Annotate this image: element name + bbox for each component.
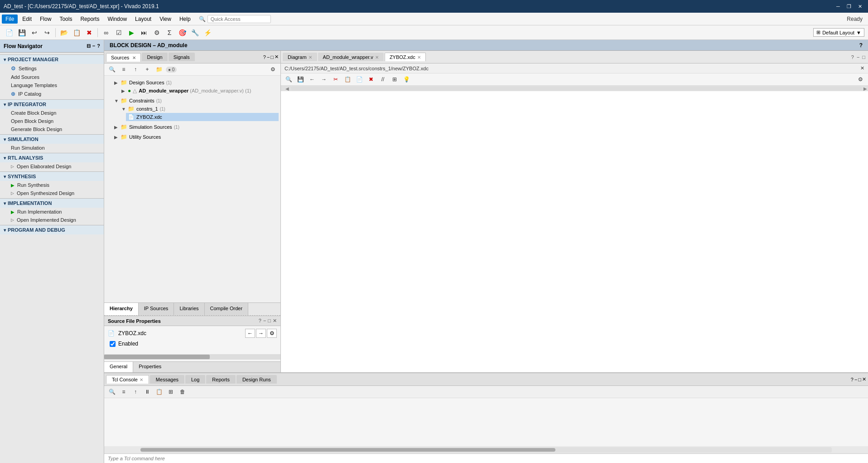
sources-add-button[interactable]: + bbox=[142, 65, 152, 74]
tab-close-wrapper[interactable]: ✕ bbox=[375, 55, 379, 60]
nav-item-add-sources[interactable]: Add Sources bbox=[0, 73, 104, 81]
tab-close-diagram[interactable]: ✕ bbox=[309, 55, 312, 60]
ed-search-button[interactable]: 🔍 bbox=[284, 75, 294, 84]
layout-selector[interactable]: ⊞ Default Layout ▼ bbox=[813, 28, 864, 37]
sfp-scrollbar[interactable] bbox=[104, 354, 280, 360]
nav-item-ip-catalog[interactable]: ⊕ IP Catalog bbox=[0, 89, 104, 98]
menu-tools[interactable]: Tools bbox=[56, 15, 76, 24]
sfp-scrollbar-thumb[interactable] bbox=[104, 355, 210, 359]
expand-icon[interactable]: ▶ bbox=[114, 80, 120, 85]
sfp-help-icon[interactable]: ? bbox=[259, 318, 261, 324]
ed-redo-button[interactable]: → bbox=[319, 75, 329, 84]
sources-min-icon[interactable]: − bbox=[267, 54, 270, 60]
editor-tab-zyboz-xdc[interactable]: ZYBOZ.xdc ✕ bbox=[385, 53, 426, 61]
tree-row-zyboz-xdc[interactable]: 📄 ZYBOZ.xdc bbox=[126, 113, 279, 121]
nav-item-settings[interactable]: ⚙ Settings bbox=[0, 64, 104, 73]
tab-compile-order[interactable]: Compile Order bbox=[205, 303, 249, 315]
menu-layout[interactable]: Layout bbox=[131, 15, 155, 24]
run-button[interactable]: ▶ bbox=[126, 27, 137, 38]
sources-help-icon[interactable]: ? bbox=[263, 54, 266, 60]
step-button[interactable]: ⏭ bbox=[139, 27, 149, 38]
menu-file[interactable]: File bbox=[2, 15, 18, 24]
sfp-enabled-checkbox[interactable] bbox=[110, 341, 116, 347]
sfp-back-button[interactable]: ← bbox=[245, 329, 255, 338]
expand-icon[interactable]: ▼ bbox=[121, 107, 127, 112]
con-filter-button[interactable]: ≡ bbox=[119, 387, 129, 396]
console-tab-tcl[interactable]: Tcl Console ✕ bbox=[106, 375, 149, 384]
ed-comment-button[interactable]: // bbox=[378, 75, 388, 84]
nav-section-header-program-debug[interactable]: ▾ PROGRAM AND DEBUG bbox=[0, 225, 104, 234]
menu-reports[interactable]: Reports bbox=[77, 15, 103, 24]
ed-table-button[interactable]: ⊞ bbox=[390, 75, 400, 84]
sources-expand-button[interactable]: 📁 bbox=[154, 65, 164, 74]
coverage-button[interactable]: 🎯 bbox=[177, 27, 188, 38]
console-tab-reports[interactable]: Reports bbox=[206, 375, 236, 384]
sources-max-icon[interactable]: □ bbox=[270, 54, 274, 60]
console-help-icon[interactable]: ? bbox=[851, 377, 854, 382]
editor-help-icon[interactable]: ? bbox=[850, 54, 855, 61]
con-delete-button[interactable]: 🗑 bbox=[178, 387, 188, 396]
ed-paste-button[interactable]: 📄 bbox=[354, 75, 364, 84]
bd-help-icon[interactable]: ? bbox=[859, 42, 863, 49]
console-max-icon[interactable]: □ bbox=[858, 377, 861, 382]
autoconnect-button[interactable]: ∞ bbox=[101, 27, 111, 38]
scroll-right-btn[interactable]: ▶ bbox=[863, 86, 867, 91]
nav-item-language-templates[interactable]: Language Templates bbox=[0, 81, 104, 89]
ed-cut-button[interactable]: ✂ bbox=[331, 75, 341, 84]
console-tab-design-runs[interactable]: Design Runs bbox=[236, 375, 277, 384]
close-project-button[interactable]: 📋 bbox=[71, 27, 82, 38]
sfp-gear-button[interactable]: ⚙ bbox=[267, 329, 277, 338]
menu-view[interactable]: View bbox=[156, 15, 175, 24]
close-file-icon[interactable]: ✕ bbox=[860, 65, 864, 71]
quick-access-input[interactable] bbox=[207, 15, 271, 23]
tree-row-design-sources[interactable]: ▶ 📁 Design Sources (1) bbox=[104, 78, 279, 87]
con-expand-button[interactable]: ⊞ bbox=[166, 387, 176, 396]
nav-item-create-block-design[interactable]: Create Block Design bbox=[0, 109, 104, 117]
menu-window[interactable]: Window bbox=[104, 15, 130, 24]
close-button[interactable]: ✕ bbox=[855, 3, 864, 10]
nav-section-header-simulation[interactable]: ▾ SIMULATION bbox=[0, 134, 104, 144]
settings-button[interactable]: ⚙ bbox=[151, 27, 162, 38]
editor-tab-ad-module-wrapper[interactable]: AD_module_wrapper.v ✕ bbox=[318, 53, 384, 61]
ed-copy-button[interactable]: 📋 bbox=[342, 75, 352, 84]
sources-gear-button[interactable]: ⚙ bbox=[268, 65, 278, 74]
editor-hscroll[interactable]: ◀ ▶ bbox=[281, 86, 868, 91]
sources-close-icon[interactable]: ✕ bbox=[275, 54, 279, 60]
tab-close-tcl[interactable]: ✕ bbox=[140, 377, 143, 382]
console-tab-log[interactable]: Log bbox=[185, 375, 205, 384]
tab-sources-close[interactable]: ✕ bbox=[132, 55, 136, 60]
nav-section-header-rtl-analysis[interactable]: ▾ RTL ANALYSIS bbox=[0, 153, 104, 162]
nav-section-header-project-manager[interactable]: ▾ PROJECT MANAGER bbox=[0, 54, 104, 64]
sfp-tab-general[interactable]: General bbox=[104, 362, 133, 372]
tab-libraries[interactable]: Libraries bbox=[174, 303, 204, 315]
editor-min-icon[interactable]: − bbox=[856, 54, 860, 61]
con-pause-button[interactable]: ⏸ bbox=[142, 387, 152, 396]
nav-item-generate-block-design[interactable]: Generate Block Design bbox=[0, 125, 104, 133]
minimize-button[interactable]: ─ bbox=[834, 3, 843, 10]
sources-refresh-button[interactable]: ↑ bbox=[130, 65, 140, 74]
tree-row-ad-module-wrapper[interactable]: ▶ ● △ AD_module_wrapper (AD_module_wrapp… bbox=[111, 87, 279, 95]
nav-item-open-elaborated-design[interactable]: ▷ Open Elaborated Design bbox=[0, 162, 104, 171]
stop-button[interactable]: ✖ bbox=[84, 27, 95, 38]
tree-row-utility-sources[interactable]: ▶ 📁 Utility Sources bbox=[104, 133, 279, 141]
console-close-icon[interactable]: ✕ bbox=[862, 376, 866, 382]
nav-item-open-synthesized-design[interactable]: ▷ Open Synthesized Design bbox=[0, 189, 104, 197]
redo-button[interactable]: ↪ bbox=[42, 27, 53, 38]
nav-item-run-synthesis[interactable]: ▶ Run Synthesis bbox=[0, 181, 104, 189]
validate-button[interactable]: ☑ bbox=[113, 27, 124, 38]
editor-tab-diagram[interactable]: Diagram ✕ bbox=[283, 53, 317, 61]
sfp-tab-properties[interactable]: Properties bbox=[133, 362, 167, 372]
sfp-close-icon[interactable]: ✕ bbox=[273, 318, 277, 324]
nav-section-header-implementation[interactable]: ▾ IMPLEMENTATION bbox=[0, 198, 104, 208]
editor-max-icon[interactable]: □ bbox=[861, 54, 866, 61]
nav-item-run-implementation[interactable]: ▶ Run Implementation bbox=[0, 208, 104, 216]
tab-signals[interactable]: Signals bbox=[169, 53, 195, 61]
console-min-icon[interactable]: − bbox=[854, 377, 857, 382]
tree-row-constrs1[interactable]: ▼ 📁 constrs_1 (1) bbox=[111, 105, 279, 113]
save-button[interactable]: 💾 bbox=[16, 27, 27, 38]
scroll-left-btn[interactable]: ◀ bbox=[285, 86, 289, 91]
sfp-max-icon[interactable]: □ bbox=[268, 318, 271, 324]
nav-help-icon[interactable]: ? bbox=[97, 43, 100, 49]
expand-icon[interactable]: ▶ bbox=[114, 135, 120, 140]
nav-pin-icon[interactable]: ⊟ bbox=[87, 43, 91, 49]
